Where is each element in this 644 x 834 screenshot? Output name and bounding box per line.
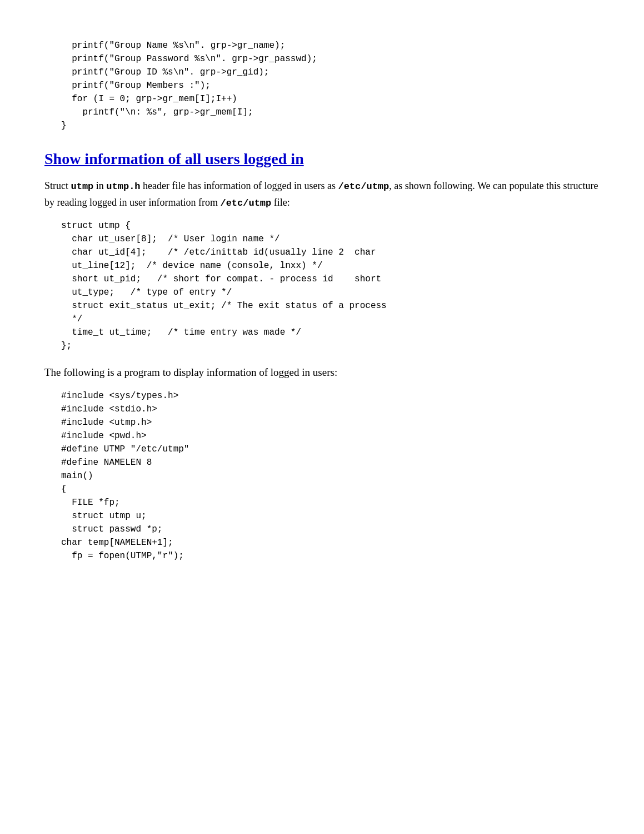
section-heading: Show information of all users logged in xyxy=(44,149,600,169)
struct-code-block: struct utmp { char ut_user[8]; /* User l… xyxy=(44,219,600,353)
utmp-inline: utmp xyxy=(71,181,94,192)
etc-utmp-inline: /etc/utmp xyxy=(338,181,389,192)
intro-text-part1: Struct xyxy=(44,180,71,191)
intro-text-part5: file: xyxy=(271,197,290,208)
intro-text-part3: header file has information of logged in… xyxy=(141,180,338,191)
top-code-block: printf("Group Name %s\n". grp->gr_name);… xyxy=(44,39,600,132)
program-code-block: #include <sys/types.h> #include <stdio.h… xyxy=(44,389,600,563)
intro-text-part2: in xyxy=(93,180,106,191)
etc-utmp-inline2: /etc/utmp xyxy=(220,198,271,209)
display-paragraph: The following is a program to display in… xyxy=(44,364,600,381)
intro-paragraph: Struct utmp in utmp.h header file has in… xyxy=(44,178,600,211)
utmph-inline: utmp.h xyxy=(106,181,140,192)
